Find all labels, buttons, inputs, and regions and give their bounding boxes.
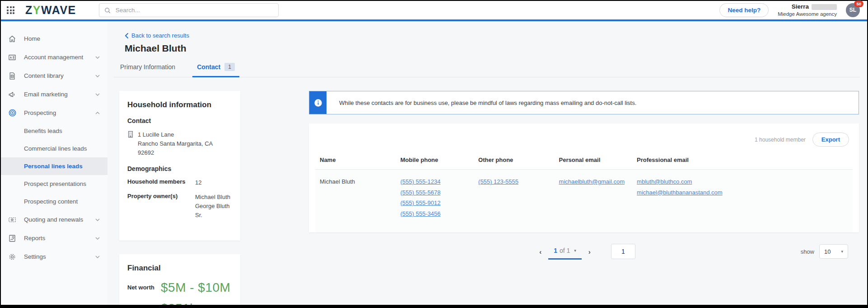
net-worth-row: Net worth $5M - $10M <box>127 280 232 295</box>
financial-card-title: Financial <box>127 264 232 273</box>
page-size-control: show 10 ▾ <box>801 244 848 259</box>
sidebar-subitem-label: Commercial lines leads <box>24 145 87 152</box>
cell-other-phones: (555) 123-5555 <box>474 170 555 233</box>
household-members-row: Household members 12 <box>127 178 232 187</box>
sidebar-item-content-library[interactable]: Content library <box>1 66 107 85</box>
back-link-label: Back to search results <box>131 32 189 39</box>
home-icon <box>8 34 17 43</box>
export-button[interactable]: Export <box>812 133 849 147</box>
sidebar-item-commercial-lines-leads[interactable]: Commercial lines leads <box>1 140 107 157</box>
page-number-box[interactable]: 1 <box>611 244 635 259</box>
left-column: Household information Contact 1 Lucille … <box>119 91 240 305</box>
sidebar-item-label: Account management <box>24 54 83 61</box>
address-line: Rancho Santa Margarita, CA <box>138 139 213 148</box>
sidebar-item-label: Email marketing <box>24 91 68 98</box>
sidebar-item-label: Content library <box>24 72 64 79</box>
main-content: Back to search results Michael Bluth Pri… <box>107 21 867 305</box>
property-owners-label: Property owner(s) <box>127 193 195 220</box>
previous-page-chevron-icon[interactable]: ‹ <box>532 248 548 256</box>
mobile-phone-link[interactable]: (555) 555-9012 <box>401 199 441 208</box>
topbar-right: Need help? Sierra Miedge Awesome agency … <box>719 3 860 17</box>
address-line: 92692 <box>138 148 213 157</box>
page-title: Michael Bluth <box>125 43 860 54</box>
building-icon <box>127 130 134 157</box>
sidebar-subitem-label: Prospecting content <box>24 198 78 205</box>
table-row: Michael Bluth (555) 555-1234 (555) 555-5… <box>315 170 853 233</box>
column-header-name: Name <box>315 151 396 170</box>
chevron-down-icon <box>95 256 100 258</box>
column-header-other-phone: Other phone <box>474 151 555 170</box>
sidebar-item-prospect-presentations[interactable]: Prospect presentations <box>1 175 107 193</box>
sidebar-item-reports[interactable]: Reports <box>1 229 107 247</box>
sidebar-item-prospecting-content[interactable]: Prospecting content <box>1 193 107 210</box>
app-window: ZYWAVE Need help? Sierra Miedge Awesome … <box>0 0 868 308</box>
email-marketing-megaphone-icon <box>8 90 17 99</box>
other-phone-link[interactable]: (555) 123-5555 <box>478 177 518 186</box>
household-information-card: Household information Contact 1 Lucille … <box>119 91 240 241</box>
logo-wave: WAVE <box>41 4 76 17</box>
page-size-select[interactable]: 10 ▾ <box>819 244 848 259</box>
page-of-label: of 1 <box>560 247 570 254</box>
mobile-phone-link[interactable]: (555) 555-5678 <box>401 188 441 197</box>
need-help-button[interactable]: Need help? <box>719 3 769 17</box>
personal-email-link[interactable]: michaelbluth@gmail.com <box>559 177 625 186</box>
notification-badge: 50 <box>854 0 863 7</box>
logo-z: Z <box>25 4 33 17</box>
user-name: Sierra <box>792 3 809 11</box>
pagination: ‹ 1 of 1 ▾ › 1 show 10 ▾ <box>309 242 859 261</box>
show-label: show <box>801 248 814 255</box>
tab-bar: Primary Information Contact 1 <box>114 63 860 77</box>
professional-email-link[interactable]: mbluth@bluthco.com <box>637 177 692 186</box>
column-header-mobile-phone: Mobile phone <box>396 151 474 170</box>
column-header-professional-email: Professional email <box>632 151 853 170</box>
sidebar-item-settings[interactable]: Settings <box>1 247 107 266</box>
sidebar-item-quoting-and-renewals[interactable]: Quoting and renewals <box>1 210 107 229</box>
avatar-wrapper: SL 50 <box>846 3 860 17</box>
sidebar-item-account-management[interactable]: Account management <box>1 48 107 66</box>
property-owners-row: Property owner(s) Michael Bluth George B… <box>127 193 232 220</box>
next-page-chevron-icon[interactable]: › <box>582 248 597 256</box>
chevron-down-icon <box>95 75 100 77</box>
professional-email-link[interactable]: michael@bluthbananastand.com <box>637 188 723 197</box>
business-use-notice-banner: While these contacts are for business us… <box>309 91 859 114</box>
sidebar-item-benefits-leads[interactable]: Benefits leads <box>1 122 107 140</box>
address-block: 1 Lucille Lane Rancho Santa Margarita, C… <box>127 130 232 157</box>
page-size-value: 10 <box>824 248 831 255</box>
reports-icon <box>8 234 17 243</box>
sidebar-item-label: Reports <box>24 235 45 242</box>
search-input[interactable] <box>115 6 274 14</box>
income-row: Income $251k - $500k <box>127 301 232 305</box>
search-icon <box>104 7 111 14</box>
app-launcher-grid-icon[interactable] <box>7 6 14 14</box>
address-line: 1 Lucille Lane <box>138 130 213 139</box>
table-toolbar: 1 household member Export <box>315 129 853 149</box>
member-count: 1 household member <box>755 137 806 143</box>
tab-primary-information[interactable]: Primary Information <box>120 63 175 77</box>
current-page: 1 <box>554 247 557 254</box>
back-to-search-results-link[interactable]: Back to search results <box>125 32 189 39</box>
column-header-personal-email: Personal email <box>555 151 633 170</box>
sidebar-subitem-label: Personal lines leads <box>24 163 83 170</box>
contacts-table: Name Mobile phone Other phone Personal e… <box>315 151 853 232</box>
notice-text: While these contacts are for business us… <box>327 91 649 114</box>
cell-mobile-phones: (555) 555-1234 (555) 555-5678 (555) 555-… <box>396 170 474 233</box>
sidebar-item-home[interactable]: Home <box>1 29 107 48</box>
user-info: Sierra Miedge Awesome agency <box>778 3 837 17</box>
zywave-logo[interactable]: ZYWAVE <box>25 4 76 17</box>
mobile-phone-link[interactable]: (555) 555-3456 <box>401 209 441 218</box>
net-worth-value: $5M - $10M <box>161 280 230 295</box>
sidebar-item-email-marketing[interactable]: Email marketing <box>1 85 107 104</box>
tab-contact[interactable]: Contact 1 <box>192 63 239 77</box>
property-owner: Michael Bluth <box>195 193 232 202</box>
sidebar-item-personal-lines-leads[interactable]: Personal lines leads <box>1 157 107 175</box>
logo-y: Y <box>33 4 41 17</box>
sidebar-item-prospecting[interactable]: Prospecting <box>1 104 107 122</box>
dropdown-caret-icon: ▾ <box>841 249 843 254</box>
sidebar-item-label: Prospecting <box>24 109 56 116</box>
global-search <box>99 3 279 17</box>
user-agency: Miedge Awesome agency <box>778 11 837 18</box>
page-indicator-dropdown[interactable]: 1 of 1 ▾ <box>548 243 582 260</box>
sidebar-item-label: Settings <box>24 253 46 260</box>
mobile-phone-link[interactable]: (555) 555-1234 <box>401 177 441 186</box>
sidebar-subitem-label: Prospect presentations <box>24 180 86 187</box>
